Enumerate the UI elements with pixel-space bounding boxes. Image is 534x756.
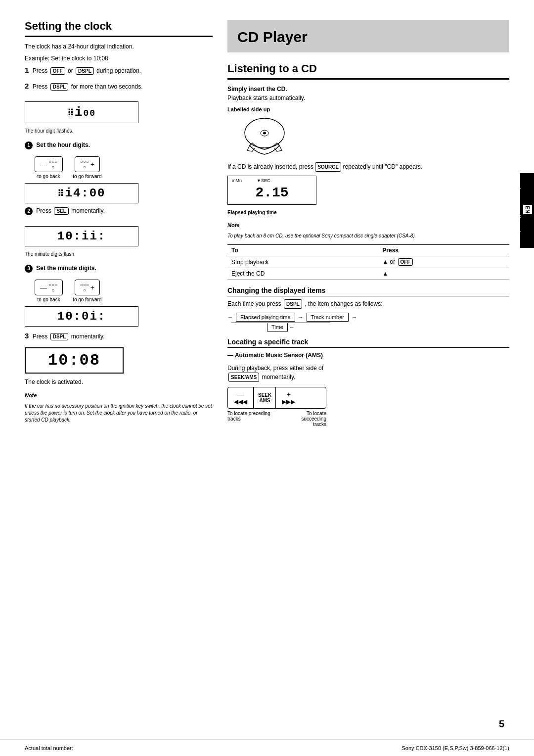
changing-title: Changing the displayed items <box>227 286 509 296</box>
left-column: Setting the clock The clock has a 24-hou… <box>25 20 213 689</box>
bottom-bar: Actual total number: Sony CDX-3150 (E,S,… <box>0 740 534 756</box>
sub-step-2: 2 Press SEL momentarily. <box>25 207 213 215</box>
cd-player-box: CD Player <box>227 20 509 52</box>
table-row-1: Stop playback ▲ or OFF <box>227 256 509 268</box>
flash-note-2: The minute digits flash. <box>25 250 76 258</box>
seek-ams-button[interactable]: — ◀◀◀ SEEK AMS + ▶▶▶ <box>227 387 326 409</box>
note-title-left: Note <box>25 391 213 400</box>
minus-btn[interactable]: — ○○○ ○ to go back <box>35 156 63 179</box>
step1-num: 1 <box>25 66 29 74</box>
locating-title: Locating a specific track <box>227 338 509 348</box>
row1-press: ▲ or OFF <box>378 256 509 268</box>
display-3: 10:ii: <box>25 226 138 246</box>
seek-left-side[interactable]: — ◀◀◀ <box>228 387 254 408</box>
circle-2: 2 <box>25 207 33 215</box>
display-5: 10:08 <box>25 347 124 374</box>
row1-to: Stop playback <box>227 256 378 268</box>
flow-box-2: Track number <box>307 313 349 322</box>
right-column: CD Player Listening to a CD Simply inser… <box>227 20 509 689</box>
dspl-btn3: DSPL <box>50 333 69 340</box>
circle-1: 1 <box>25 142 33 149</box>
en-label: EN <box>523 205 532 214</box>
changing-text: Each time you press DSPL , the item chan… <box>227 299 509 309</box>
info-table: To Press Stop playback ▲ or OFF Eject <box>227 244 509 280</box>
example-text: Example: Set the clock to 10:08 <box>25 54 213 63</box>
table-row-2: Eject the CD ▲ <box>227 268 509 280</box>
dspl-btn2: DSPL <box>50 83 69 91</box>
source-btn: SOURCE <box>315 162 341 172</box>
seek-ams-btn-label: SEEK/AMS <box>228 373 259 382</box>
elapsed-value: 2.15 <box>233 185 311 200</box>
step1-text: Press OFF or DSPL during operation. <box>33 67 141 74</box>
setting-clock-title: Setting the clock <box>25 20 213 37</box>
note-title-right: Note <box>227 221 509 230</box>
locating-sub: — Automatic Music Sensor (AMS) <box>227 351 509 360</box>
dspl-btn-change: DSPL <box>284 299 302 309</box>
labelled-side: Labelled side up <box>227 105 509 114</box>
listening-section: Listening to a CD Simply insert the CD. … <box>227 62 509 427</box>
bottom-left: Actual total number: <box>25 745 73 751</box>
svg-point-2 <box>263 132 266 134</box>
seek-preceding-label: To locate precedingtracks <box>227 411 270 427</box>
page-number: 5 <box>0 718 534 740</box>
tab-text: Getting Started/CD Player <box>516 177 521 244</box>
seek-ams-container: — ◀◀◀ SEEK AMS + ▶▶▶ <box>227 387 509 427</box>
step2-text: Press DSPL for more than two seconds. <box>33 83 143 90</box>
seek-right-side[interactable]: + ▶▶▶ <box>276 387 301 408</box>
changing-section: Changing the displayed items Each time y… <box>227 286 509 330</box>
dspl-btn: DSPL <box>76 67 94 75</box>
display-2: ⠿i4:00 <box>25 183 138 203</box>
plus-btn-2[interactable]: ○○○ ○ + to go forward <box>73 280 101 302</box>
flow-box-3: Time <box>267 323 288 331</box>
row2-press: ▲ <box>378 268 509 280</box>
row2-to: Eject the CD <box>227 268 378 280</box>
table-col2: Press <box>378 245 509 256</box>
flow-box-1: Elapsed playing time <box>236 313 295 322</box>
circle-3: 3 <box>25 265 33 273</box>
arrow-buttons-2: — ○○○ ○ to go back ○○○ ○ + <box>35 280 213 302</box>
step2-num: 2 <box>25 82 29 90</box>
seek-labels: To locate precedingtracks To locate succ… <box>227 411 326 427</box>
note-text-right: To play back an 8 cm CD, use the optiona… <box>227 232 509 239</box>
minus-btn-2[interactable]: — ○○○ ○ to go back <box>35 280 63 302</box>
clock-activated: The clock is activated. <box>25 378 213 386</box>
sub-step-1: 1 Set the hour digits. <box>25 142 213 149</box>
during-text: During playback, press either side of SE… <box>227 364 509 382</box>
note-right: Note To play back an 8 cm CD, use the op… <box>227 221 509 240</box>
note-text-left: If the car has no accessory position on … <box>25 403 213 424</box>
off-btn-table: OFF <box>398 258 413 266</box>
elapsed-min-label: mMn <box>232 178 242 183</box>
table-col1: To <box>227 245 378 256</box>
cd-player-title: CD Player <box>237 29 499 46</box>
elapsed-label: Elapsed playing time <box>227 209 509 216</box>
display-1: ⠿i00 <box>25 101 138 123</box>
step-1: 1 Press OFF or DSPL during operation. <box>25 66 213 75</box>
off-btn: OFF <box>50 67 65 75</box>
bottom-right: Sony CDX-3150 (E,S,P,Sw) 3-859-066-12(1) <box>402 745 509 751</box>
step-2: 2 Press DSPL for more than two seconds. <box>25 82 213 91</box>
sel-btn: SEL <box>54 207 68 215</box>
arrow-buttons-1: — ○○○ ○ to go back ○○○ ○ + <box>35 156 213 179</box>
source-text: If a CD is already inserted, press SOURC… <box>227 162 509 172</box>
simply-insert: Simply insert the CD. Playback starts au… <box>227 85 509 102</box>
locating-section: Locating a specific track — Automatic Mu… <box>227 338 509 427</box>
step-3: 3 Press DSPL momentarily. <box>25 331 213 340</box>
elapsed-sec-label: ▼SEC <box>257 178 270 183</box>
elapsed-display: mMn ▼SEC 2.15 <box>227 176 316 205</box>
content-area: Setting the clock The clock has a 24-hou… <box>0 0 534 718</box>
flow-diagram: → Elapsed playing time → Track number → … <box>227 313 509 330</box>
sub-step-3: 3 Set the minute digits. <box>25 265 213 273</box>
note-left: Note If the car has no accessory positio… <box>25 391 213 424</box>
side-tab: EN Getting Started/CD Player <box>520 173 534 248</box>
listening-title: Listening to a CD <box>227 62 509 80</box>
step3-num: 3 <box>25 331 29 340</box>
page: EN Getting Started/CD Player Setting the… <box>0 0 534 756</box>
seek-middle-label: SEEK AMS <box>254 387 276 408</box>
plus-btn[interactable]: ○○○ ○ + to go forward <box>73 156 101 179</box>
flash-note-1: The hour digit flashes. <box>25 127 73 135</box>
display-4: 10:0i: <box>25 306 138 327</box>
cd-hand-illustration <box>227 116 302 160</box>
seek-succeeding-label: To locate succeedingtracks <box>282 411 326 427</box>
intro-text: The clock has a 24-hour digital indicati… <box>25 42 213 51</box>
